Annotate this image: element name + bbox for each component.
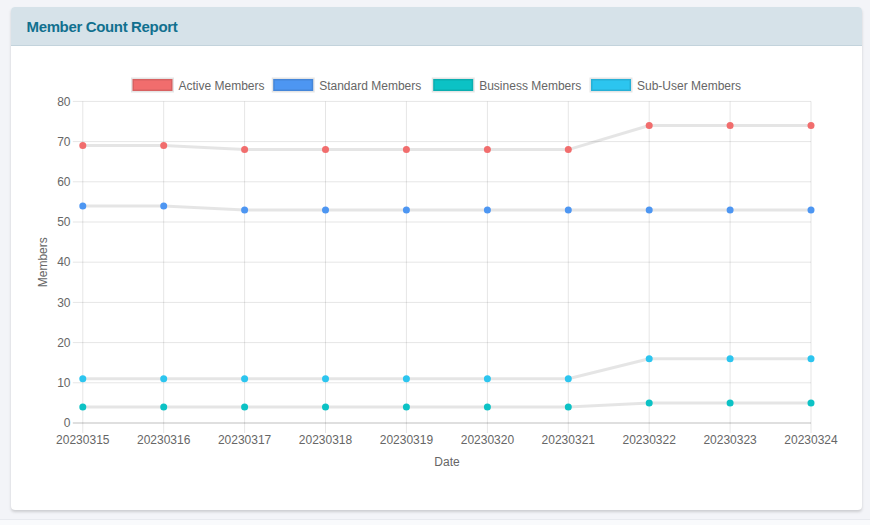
svg-text:20230321: 20230321 (542, 433, 596, 447)
svg-text:20: 20 (57, 336, 71, 350)
svg-text:0: 0 (64, 416, 71, 430)
svg-text:70: 70 (57, 135, 71, 149)
svg-text:20230318: 20230318 (299, 433, 353, 447)
svg-text:Date: Date (434, 455, 460, 469)
svg-text:80: 80 (57, 95, 71, 109)
svg-text:30: 30 (57, 296, 71, 310)
svg-text:Standard Members: Standard Members (319, 79, 421, 93)
svg-text:20230315: 20230315 (56, 433, 110, 447)
svg-text:20230324: 20230324 (784, 433, 838, 447)
svg-text:20230317: 20230317 (218, 433, 272, 447)
svg-text:60: 60 (57, 175, 71, 189)
svg-text:50: 50 (57, 215, 71, 229)
svg-text:Business Members: Business Members (479, 79, 581, 93)
svg-text:10: 10 (57, 376, 71, 390)
svg-text:20230320: 20230320 (461, 433, 515, 447)
svg-text:Active Members: Active Members (179, 79, 265, 93)
svg-text:20230322: 20230322 (623, 433, 677, 447)
svg-text:40: 40 (57, 255, 71, 269)
svg-text:20230319: 20230319 (380, 433, 434, 447)
svg-text:Members: Members (36, 237, 50, 287)
svg-text:20230323: 20230323 (703, 433, 757, 447)
svg-text:Sub-User Members: Sub-User Members (637, 79, 741, 93)
svg-text:20230316: 20230316 (137, 433, 191, 447)
